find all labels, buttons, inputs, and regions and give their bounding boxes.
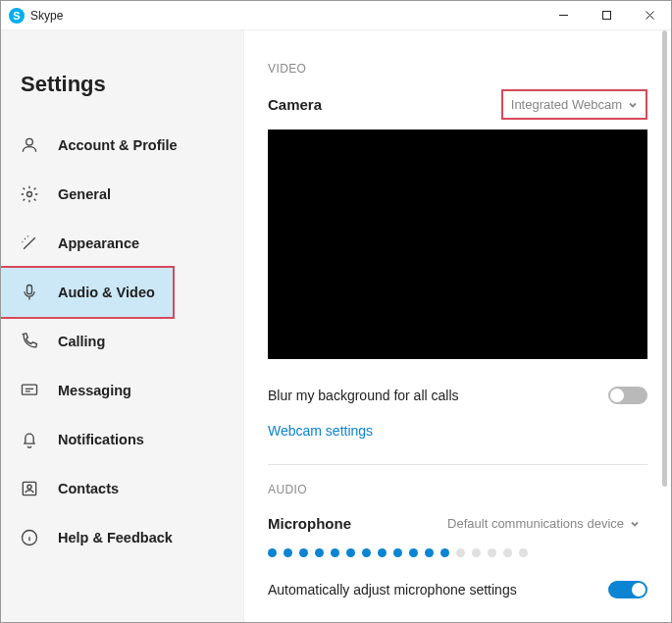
sidebar-item-calling[interactable]: Calling: [1, 317, 243, 366]
sidebar-item-label: Appearance: [58, 235, 139, 251]
mic-level-dot: [425, 548, 434, 557]
sidebar-item-label: Notifications: [58, 432, 144, 447]
window-title: Skype: [30, 9, 542, 23]
sidebar-item-label: Audio & Video: [58, 285, 155, 300]
microphone-value: Default communications device: [447, 516, 624, 531]
sidebar-title: Settings: [1, 72, 243, 121]
phone-icon: [19, 331, 40, 352]
chevron-down-icon: [628, 100, 638, 110]
audio-section-label: AUDIO: [268, 483, 647, 496]
camera-value: Integrated Webcam: [511, 97, 622, 112]
camera-dropdown[interactable]: Integrated Webcam: [501, 89, 647, 120]
window-close-button[interactable]: [628, 1, 671, 29]
sidebar-item-audio-video[interactable]: Audio & Video: [1, 268, 173, 317]
video-section-label: VIDEO: [268, 62, 647, 76]
content-scrollbar[interactable]: [662, 30, 667, 487]
svg-rect-4: [23, 385, 37, 394]
sidebar-item-contacts[interactable]: Contacts: [1, 464, 243, 513]
mic-level-dot: [488, 548, 496, 557]
mic-level-dot: [503, 548, 512, 557]
gear-icon: [19, 183, 40, 205]
microphone-level-meter: [268, 548, 647, 557]
window-minimize-button[interactable]: [542, 1, 585, 29]
sidebar-item-notifications[interactable]: Notifications: [1, 415, 243, 464]
window-maximize-button[interactable]: [585, 1, 628, 29]
sidebar-item-label: Help & Feedback: [58, 530, 173, 545]
mic-level-dot: [284, 548, 292, 557]
mic-level-dot: [268, 548, 277, 557]
mic-level-dot: [519, 548, 528, 557]
sidebar-item-help[interactable]: Help & Feedback: [1, 513, 243, 562]
blur-background-label: Blur my background for all calls: [268, 388, 459, 403]
sidebar-item-messaging[interactable]: Messaging: [1, 366, 243, 415]
auto-adjust-label: Automatically adjust microphone settings: [268, 582, 517, 597]
mic-level-dot: [331, 548, 339, 557]
microphone-dropdown[interactable]: Default communications device: [439, 510, 647, 537]
svg-point-6: [27, 485, 31, 489]
microphone-label: Microphone: [268, 515, 351, 532]
mic-level-dot: [472, 548, 481, 557]
chevron-down-icon: [630, 519, 640, 529]
mic-level-dot: [378, 548, 387, 557]
camera-preview: [268, 130, 647, 359]
mic-level-dot: [393, 548, 402, 557]
svg-rect-3: [27, 286, 32, 294]
sidebar-item-label: Contacts: [58, 481, 119, 496]
camera-label: Camera: [268, 96, 322, 113]
sidebar-item-general[interactable]: General: [1, 170, 243, 219]
titlebar: S Skype: [1, 1, 671, 30]
svg-point-2: [27, 192, 32, 197]
mic-level-dot: [299, 548, 308, 557]
highlight-box-sidebar: Audio & Video: [0, 266, 175, 319]
microphone-icon: [19, 282, 40, 303]
mic-level-dot: [409, 548, 418, 557]
svg-rect-0: [602, 12, 610, 20]
bell-icon: [19, 429, 40, 450]
divider: [268, 464, 647, 465]
info-icon: [19, 527, 40, 548]
mic-level-dot: [346, 548, 355, 557]
svg-point-1: [26, 138, 33, 145]
mic-level-dot: [315, 548, 324, 557]
contacts-icon: [19, 478, 40, 499]
person-icon: [19, 134, 40, 156]
auto-adjust-toggle[interactable]: [608, 581, 647, 598]
sidebar-item-label: Account & Profile: [58, 137, 178, 153]
mic-level-dot: [440, 548, 449, 557]
settings-content: VIDEO Camera Integrated Webcam Blur my b…: [244, 30, 671, 622]
sidebar-item-label: General: [58, 186, 111, 202]
settings-sidebar: Settings Account & Profile General Appea…: [1, 30, 244, 622]
mic-level-dot: [362, 548, 371, 557]
mic-level-dot: [456, 548, 465, 557]
sidebar-item-account[interactable]: Account & Profile: [1, 121, 243, 170]
blur-background-toggle[interactable]: [608, 387, 647, 404]
wand-icon: [19, 233, 40, 254]
sidebar-item-label: Calling: [58, 334, 105, 349]
sidebar-item-label: Messaging: [58, 383, 131, 398]
skype-logo-icon: S: [9, 8, 25, 24]
sidebar-item-appearance[interactable]: Appearance: [1, 219, 243, 268]
webcam-settings-link[interactable]: Webcam settings: [268, 423, 373, 439]
message-icon: [19, 380, 40, 401]
